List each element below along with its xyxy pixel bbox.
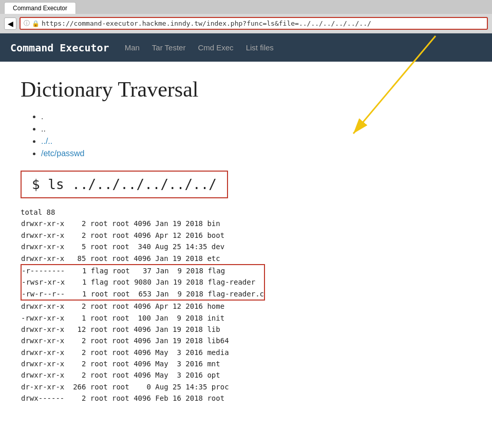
- navbar-links: Man Tar Tester Cmd Exec List files: [125, 43, 274, 52]
- list-item-etc-passwd: /etc/passwd: [41, 149, 471, 158]
- browser-toolbar: ◀ ⓘ 🔒 https://command-executor.hackme.in…: [0, 14, 492, 33]
- lock-icon: 🔒: [32, 20, 40, 27]
- table-row: dr-xr-xr-x 266 root root 0 Aug 25 14:35 …: [21, 381, 264, 393]
- table-row: drwxr-xr-x 2 root root 4096 Jan 19 2018 …: [21, 335, 264, 346]
- nav-link-cmd-exec[interactable]: Cmd Exec: [198, 43, 233, 52]
- content-area: Dictionary Traversal . .. ../.. /etc/pas…: [0, 62, 492, 420]
- dir-row-cell: drwxr-xr-x 2 root root 4096 Jan 19 2018 …: [21, 218, 264, 229]
- dir-row-cell: drwxr-xr-x 12 root root 4096 Jan 19 2018…: [21, 324, 264, 335]
- dir-row-cell: -rw-r--r-- 1 root root 653 Jan 9 2018 fl…: [21, 288, 264, 300]
- table-row: drwxr-xr-x 2 root root 4096 May 3 2016 m…: [21, 347, 264, 358]
- dir-row-cell: drwxr-xr-x 2 root root 4096 Apr 12 2016 …: [21, 300, 264, 312]
- browser-tab[interactable]: Command Executor: [4, 2, 76, 14]
- dir-row-cell: dr-xr-xr-x 266 root root 0 Aug 25 14:35 …: [21, 381, 264, 393]
- nav-link-list-files[interactable]: List files: [246, 43, 274, 52]
- table-row: -rwsr-xr-x 1 flag root 9080 Jan 19 2018 …: [21, 276, 264, 288]
- dir-row-cell: drwxr-xr-x 2 root root 4096 May 3 2016 m…: [21, 358, 264, 369]
- page-title: Dictionary Traversal: [21, 77, 471, 102]
- dir-row-cell: -r-------- 1 flag root 37 Jan 9 2018 fla…: [21, 265, 264, 276]
- list-item-dot: .: [41, 112, 471, 121]
- list-item-dotdot: ..: [41, 124, 471, 134]
- table-row: drwxr-xr-x 2 root root 4096 Apr 12 2016 …: [21, 300, 264, 312]
- dir-listing: total 88 drwxr-xr-x 2 root root 4096 Jan…: [21, 207, 471, 404]
- list-item-dotdotslashdotdot: ../..: [41, 137, 471, 146]
- dir-row-cell: drwxr-xr-x 5 root root 340 Aug 25 14:35 …: [21, 241, 264, 252]
- tab-bar: Command Executor: [0, 0, 492, 14]
- info-icon: ⓘ: [24, 19, 30, 28]
- dir-row-cell: drwxr-xr-x 2 root root 4096 Jan 19 2018 …: [21, 335, 264, 346]
- dir-row-cell: drwx------ 2 root root 4096 Feb 16 2018 …: [21, 393, 264, 404]
- dir-row-cell: drwxr-xr-x 2 root root 4096 May 3 2016 o…: [21, 369, 264, 381]
- file-list: . .. ../.. /etc/passwd: [21, 112, 471, 158]
- navbar: Command Executor Man Tar Tester Cmd Exec…: [0, 33, 492, 62]
- table-row: drwxr-xr-x 2 root root 4096 Apr 12 2016 …: [21, 230, 264, 241]
- table-row: -r-------- 1 flag root 37 Jan 9 2018 fla…: [21, 265, 264, 276]
- back-button[interactable]: ◀: [4, 17, 16, 30]
- dir-row-cell: drwxr-xr-x 2 root root 4096 Apr 12 2016 …: [21, 230, 264, 241]
- dir-row-cell: -rwxr-xr-x 1 root root 100 Jan 9 2018 in…: [21, 312, 264, 324]
- link-dotdot[interactable]: ../..: [41, 137, 52, 145]
- table-row: drwxr-xr-x 12 root root 4096 Jan 19 2018…: [21, 324, 264, 335]
- dir-row-cell: drwxr-xr-x 85 root root 4096 Jan 19 2018…: [21, 253, 264, 265]
- total-line: total 88: [21, 207, 471, 218]
- table-row: drwxr-xr-x 2 root root 4096 May 3 2016 m…: [21, 358, 264, 369]
- navbar-brand: Command Executor: [10, 42, 109, 54]
- address-bar-container: ⓘ 🔒 https://command-executor.hackme.innd…: [20, 17, 488, 30]
- nav-link-man[interactable]: Man: [125, 43, 140, 52]
- table-row: drwxr-xr-x 85 root root 4096 Jan 19 2018…: [21, 253, 264, 265]
- nav-link-tar-tester[interactable]: Tar Tester: [152, 43, 186, 52]
- dir-row-cell: -rwsr-xr-x 1 flag root 9080 Jan 19 2018 …: [21, 276, 264, 288]
- table-row: drwxr-xr-x 2 root root 4096 Jan 19 2018 …: [21, 218, 264, 229]
- link-etc-passwd[interactable]: /etc/passwd: [41, 149, 84, 158]
- browser-chrome: Command Executor ◀ ⓘ 🔒 https://command-e…: [0, 0, 492, 33]
- table-row: drwxr-xr-x 5 root root 340 Aug 25 14:35 …: [21, 241, 264, 252]
- dir-table: drwxr-xr-x 2 root root 4096 Jan 19 2018 …: [21, 218, 265, 404]
- address-bar[interactable]: https://command-executor.hackme.inndy.tw…: [42, 20, 484, 27]
- table-row: drwxr-xr-x 2 root root 4096 May 3 2016 o…: [21, 369, 264, 381]
- command-display: $ ls ../../../../../../: [21, 171, 228, 198]
- dir-row-cell: drwxr-xr-x 2 root root 4096 May 3 2016 m…: [21, 347, 264, 358]
- table-row: -rw-r--r-- 1 root root 653 Jan 9 2018 fl…: [21, 288, 264, 300]
- table-row: drwx------ 2 root root 4096 Feb 16 2018 …: [21, 393, 264, 404]
- table-row: -rwxr-xr-x 1 root root 100 Jan 9 2018 in…: [21, 312, 264, 324]
